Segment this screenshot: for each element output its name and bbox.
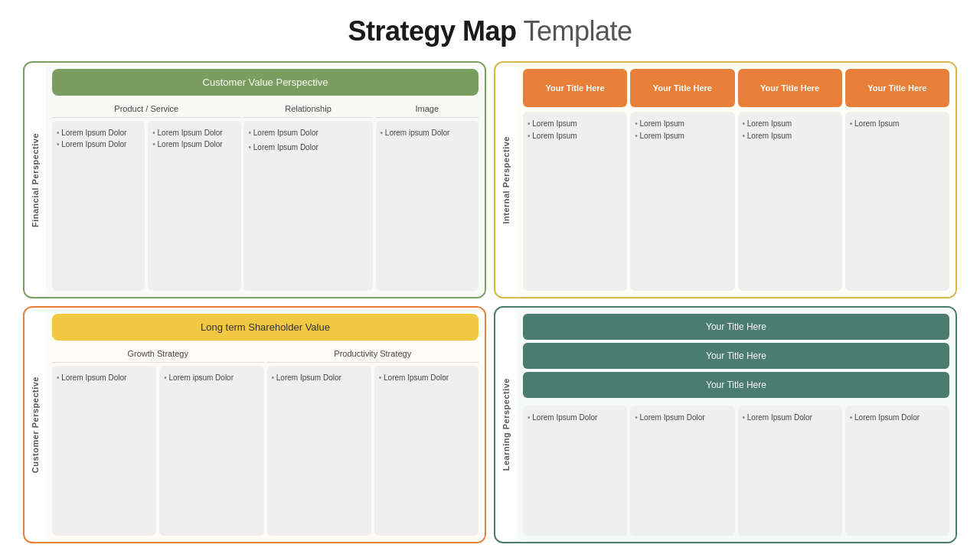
growth-col: Growth Strategy Lorem Ipsum Dolor Lorem … bbox=[52, 345, 264, 536]
internal-quadrant: Internal Perspective Your Title Here You… bbox=[494, 61, 957, 298]
product-service-header: Product / Service bbox=[52, 100, 240, 118]
product-half-1: Lorem Ipsum Dolor Lorem Ipsum Dolor bbox=[52, 121, 145, 291]
product-c2-i2: Lorem Ipsum Dolor bbox=[152, 139, 236, 150]
p-c1-i1: Lorem Ipsum Dolor bbox=[272, 372, 367, 383]
internal-cell-4: Lorem Ipsum bbox=[845, 112, 949, 291]
prod-half-2: Lorem Ipsum Dolor bbox=[374, 366, 479, 536]
customer-inner: Long term Shareholder Value Growth Strat… bbox=[46, 308, 485, 542]
image-header: Image bbox=[376, 100, 479, 118]
growth-half-2: Lorem ipsum Dolor bbox=[159, 366, 263, 536]
internal-title-3: Your Title Here bbox=[738, 69, 842, 107]
lc2-i1: Lorem Ipsum Dolor bbox=[635, 412, 730, 424]
product-c2-i1: Lorem Ipsum Dolor bbox=[152, 127, 236, 139]
relationship-col: Relationship Lorem Ipsum Dolor Lorem Ips… bbox=[243, 100, 372, 291]
learning-cell-3: Lorem Ipsum Dolor bbox=[738, 406, 842, 536]
financial-side-label-wrap: Financial Perspective bbox=[24, 63, 46, 297]
p-c2-i1: Lorem Ipsum Dolor bbox=[379, 372, 474, 383]
g-c2-i1: Lorem ipsum Dolor bbox=[164, 372, 259, 383]
internal-top-row: Your Title Here Your Title Here Your Tit… bbox=[523, 69, 949, 107]
internal-cell-3: Lorem Ipsum Lorem Ipsum bbox=[738, 112, 842, 291]
growth-inner: Lorem Ipsum Dolor Lorem ipsum Dolor bbox=[52, 366, 264, 536]
learning-cell-2: Lorem Ipsum Dolor bbox=[630, 406, 734, 536]
growth-half-1: Lorem Ipsum Dolor bbox=[52, 366, 156, 536]
learning-bottom: Lorem Ipsum Dolor Lorem Ipsum Dolor Lore… bbox=[523, 406, 949, 536]
title-bold: Strategy Map bbox=[348, 15, 517, 47]
financial-header: Customer Value Perspective bbox=[52, 69, 479, 96]
growth-header: Growth Strategy bbox=[52, 345, 264, 363]
ic1-i1: Lorem Ipsum bbox=[528, 118, 622, 130]
relationship-header: Relationship bbox=[243, 100, 372, 118]
prod-half-1: Lorem Ipsum Dolor bbox=[267, 366, 371, 536]
learning-inner: Your Title Here Your Title Here Your Tit… bbox=[517, 308, 956, 542]
product-c1-i1: Lorem Ipsum Dolor bbox=[57, 127, 140, 139]
learning-cell-4: Lorem Ipsum Dolor bbox=[845, 406, 949, 536]
financial-inner: Customer Value Perspective Product / Ser… bbox=[46, 63, 485, 297]
productivity-col: Productivity Strategy Lorem Ipsum Dolor … bbox=[267, 345, 479, 536]
rel-i1: Lorem Ipsum Dolor bbox=[248, 127, 368, 139]
internal-title-1: Your Title Here bbox=[523, 69, 627, 107]
customer-quadrant: Customer Perspective Long term Sharehold… bbox=[23, 306, 486, 543]
main-grid: Financial Perspective Customer Value Per… bbox=[23, 61, 957, 543]
internal-cell-1: Lorem Ipsum Lorem Ipsum bbox=[523, 112, 627, 291]
product-inner: Lorem Ipsum Dolor Lorem Ipsum Dolor Lore… bbox=[52, 121, 240, 291]
financial-side-label: Financial Perspective bbox=[31, 133, 40, 227]
customer-side-label-wrap: Customer Perspective bbox=[24, 308, 46, 542]
internal-side-label-wrap: Internal Perspective bbox=[495, 63, 517, 297]
customer-header: Long term Shareholder Value bbox=[52, 314, 479, 341]
internal-title-2: Your Title Here bbox=[630, 69, 734, 107]
customer-side-label: Customer Perspective bbox=[31, 377, 40, 473]
learning-bar-2: Your Title Here bbox=[523, 343, 949, 369]
title-light: Template bbox=[517, 15, 632, 47]
rel-i2: Lorem Ipsum Dolor bbox=[248, 142, 368, 153]
lc1-i1: Lorem Ipsum Dolor bbox=[528, 412, 622, 424]
product-half-2: Lorem Ipsum Dolor Lorem Ipsum Dolor bbox=[148, 121, 240, 291]
image-col: Image Lorem ipsum Dolor bbox=[376, 100, 479, 291]
image-body: Lorem ipsum Dolor bbox=[376, 121, 479, 291]
learning-side-label: Learning Perspective bbox=[501, 378, 511, 471]
internal-cell-2: Lorem Ipsum Lorem Ipsum bbox=[630, 112, 734, 291]
customer-sub-columns: Growth Strategy Lorem Ipsum Dolor Lorem … bbox=[52, 345, 479, 536]
ic4-i1: Lorem Ipsum bbox=[850, 118, 945, 130]
lc4-i1: Lorem Ipsum Dolor bbox=[850, 412, 945, 424]
internal-side-label: Internal Perspective bbox=[501, 136, 511, 224]
g-c1-i1: Lorem Ipsum Dolor bbox=[57, 372, 152, 383]
financial-quadrant: Financial Perspective Customer Value Per… bbox=[23, 61, 486, 298]
internal-bottom-row: Lorem Ipsum Lorem Ipsum Lorem Ipsum Lore… bbox=[523, 112, 949, 291]
ic2-i1: Lorem Ipsum bbox=[635, 118, 730, 130]
img-i1: Lorem ipsum Dolor bbox=[381, 127, 474, 139]
financial-sub-columns: Product / Service Lorem Ipsum Dolor Lore… bbox=[52, 100, 479, 291]
learning-cell-1: Lorem Ipsum Dolor bbox=[523, 406, 627, 536]
learning-bar-3: Your Title Here bbox=[523, 372, 949, 398]
learning-bar-1: Your Title Here bbox=[523, 314, 949, 340]
productivity-inner: Lorem Ipsum Dolor Lorem Ipsum Dolor bbox=[267, 366, 479, 536]
page-title: Strategy Map Template bbox=[348, 15, 632, 47]
ic3-i1: Lorem Ipsum bbox=[743, 118, 838, 130]
internal-title-4: Your Title Here bbox=[845, 69, 949, 107]
learning-side-label-wrap: Learning Perspective bbox=[495, 308, 517, 542]
learning-bars: Your Title Here Your Title Here Your Tit… bbox=[523, 314, 949, 398]
product-service-col: Product / Service Lorem Ipsum Dolor Lore… bbox=[52, 100, 240, 291]
relationship-body: Lorem Ipsum Dolor Lorem Ipsum Dolor bbox=[243, 121, 372, 291]
ic2-i2: Lorem Ipsum bbox=[635, 130, 730, 142]
lc3-i1: Lorem Ipsum Dolor bbox=[743, 412, 838, 424]
ic3-i2: Lorem Ipsum bbox=[743, 130, 838, 142]
internal-inner: Your Title Here Your Title Here Your Tit… bbox=[517, 63, 956, 297]
product-c1-i2: Lorem Ipsum Dolor bbox=[57, 139, 140, 150]
ic1-i2: Lorem Ipsum bbox=[528, 130, 622, 142]
productivity-header: Productivity Strategy bbox=[267, 345, 479, 363]
learning-quadrant: Learning Perspective Your Title Here You… bbox=[494, 306, 957, 543]
